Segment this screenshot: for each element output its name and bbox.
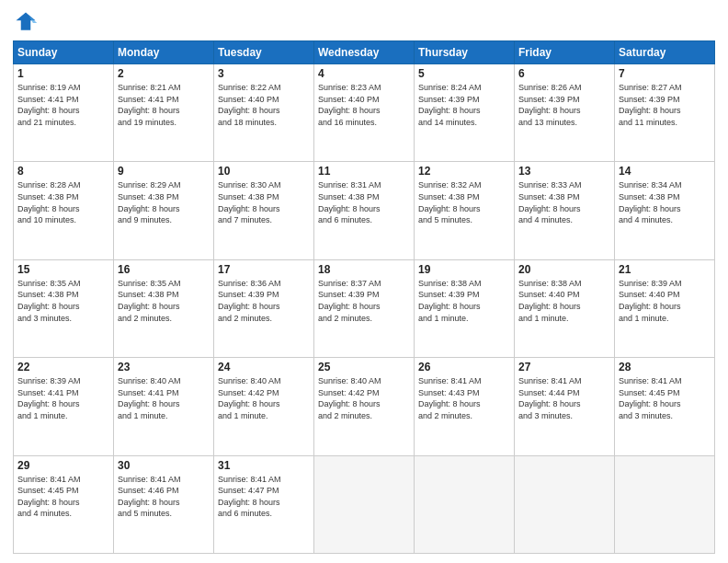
calendar-cell: 14Sunrise: 8:34 AM Sunset: 4:38 PM Dayli… — [615, 162, 715, 259]
day-info: Sunrise: 8:35 AM Sunset: 4:38 PM Dayligh… — [17, 278, 109, 324]
calendar-cell: 24Sunrise: 8:40 AM Sunset: 4:42 PM Dayli… — [214, 358, 314, 455]
day-info: Sunrise: 8:28 AM Sunset: 4:38 PM Dayligh… — [17, 179, 109, 225]
day-info: Sunrise: 8:36 AM Sunset: 4:39 PM Dayligh… — [218, 278, 310, 324]
day-number: 8 — [17, 165, 109, 178]
day-number: 27 — [518, 361, 610, 373]
calendar-cell: 4Sunrise: 8:23 AM Sunset: 4:40 PM Daylig… — [314, 64, 415, 162]
calendar-cell: 23Sunrise: 8:40 AM Sunset: 4:41 PM Dayli… — [114, 358, 214, 455]
calendar-cell: 11Sunrise: 8:31 AM Sunset: 4:38 PM Dayli… — [314, 162, 415, 259]
calendar-cell: 18Sunrise: 8:37 AM Sunset: 4:39 PM Dayli… — [314, 259, 415, 357]
calendar-cell — [415, 455, 515, 553]
day-number: 3 — [218, 67, 310, 80]
calendar-cell: 19Sunrise: 8:38 AM Sunset: 4:39 PM Dayli… — [415, 259, 515, 357]
calendar-cell — [615, 455, 715, 553]
day-number: 2 — [118, 67, 210, 80]
calendar-cell: 9Sunrise: 8:29 AM Sunset: 4:38 PM Daylig… — [114, 162, 214, 259]
day-info: Sunrise: 8:39 AM Sunset: 4:41 PM Dayligh… — [17, 375, 109, 421]
day-info: Sunrise: 8:37 AM Sunset: 4:39 PM Dayligh… — [318, 278, 410, 324]
calendar-table: SundayMondayTuesdayWednesdayThursdayFrid… — [13, 40, 715, 554]
logo-icon — [13, 9, 39, 35]
day-number: 10 — [218, 165, 310, 178]
calendar-cell: 13Sunrise: 8:33 AM Sunset: 4:38 PM Dayli… — [515, 162, 615, 259]
day-info: Sunrise: 8:27 AM Sunset: 4:39 PM Dayligh… — [619, 82, 711, 128]
calendar-cell: 10Sunrise: 8:30 AM Sunset: 4:38 PM Dayli… — [214, 162, 314, 259]
week-row: 1Sunrise: 8:19 AM Sunset: 4:41 PM Daylig… — [14, 64, 715, 162]
day-number: 23 — [118, 361, 210, 373]
calendar-cell: 22Sunrise: 8:39 AM Sunset: 4:41 PM Dayli… — [14, 358, 114, 455]
calendar-cell: 12Sunrise: 8:32 AM Sunset: 4:38 PM Dayli… — [415, 162, 515, 259]
day-info: Sunrise: 8:24 AM Sunset: 4:39 PM Dayligh… — [418, 82, 510, 128]
calendar-cell: 17Sunrise: 8:36 AM Sunset: 4:39 PM Dayli… — [214, 259, 314, 357]
day-info: Sunrise: 8:32 AM Sunset: 4:38 PM Dayligh… — [418, 179, 510, 225]
day-info: Sunrise: 8:41 AM Sunset: 4:45 PM Dayligh… — [17, 474, 109, 520]
calendar-cell: 5Sunrise: 8:24 AM Sunset: 4:39 PM Daylig… — [415, 64, 515, 162]
day-number: 29 — [17, 459, 109, 472]
day-number: 16 — [118, 263, 210, 276]
week-row: 15Sunrise: 8:35 AM Sunset: 4:38 PM Dayli… — [14, 259, 715, 357]
day-number: 31 — [218, 459, 310, 472]
weekday-header: Friday — [515, 41, 615, 64]
day-number: 1 — [17, 67, 109, 80]
day-info: Sunrise: 8:34 AM Sunset: 4:38 PM Dayligh… — [619, 179, 711, 225]
day-number: 4 — [318, 67, 410, 80]
day-number: 21 — [619, 263, 711, 276]
calendar-cell: 7Sunrise: 8:27 AM Sunset: 4:39 PM Daylig… — [615, 64, 715, 162]
day-number: 25 — [318, 361, 410, 373]
day-info: Sunrise: 8:21 AM Sunset: 4:41 PM Dayligh… — [118, 82, 210, 128]
calendar-cell: 21Sunrise: 8:39 AM Sunset: 4:40 PM Dayli… — [615, 259, 715, 357]
day-info: Sunrise: 8:41 AM Sunset: 4:47 PM Dayligh… — [218, 474, 310, 520]
calendar-cell: 29Sunrise: 8:41 AM Sunset: 4:45 PM Dayli… — [14, 455, 114, 553]
weekday-header: Wednesday — [314, 41, 415, 64]
day-info: Sunrise: 8:30 AM Sunset: 4:38 PM Dayligh… — [218, 179, 310, 225]
day-number: 9 — [118, 165, 210, 178]
day-info: Sunrise: 8:33 AM Sunset: 4:38 PM Dayligh… — [518, 179, 610, 225]
calendar-cell: 26Sunrise: 8:41 AM Sunset: 4:43 PM Dayli… — [415, 358, 515, 455]
day-number: 28 — [619, 361, 711, 373]
day-number: 11 — [318, 165, 410, 178]
calendar-cell — [515, 455, 615, 553]
day-number: 13 — [518, 165, 610, 178]
day-number: 17 — [218, 263, 310, 276]
day-info: Sunrise: 8:41 AM Sunset: 4:43 PM Dayligh… — [418, 375, 510, 421]
calendar-cell: 8Sunrise: 8:28 AM Sunset: 4:38 PM Daylig… — [14, 162, 114, 259]
day-info: Sunrise: 8:35 AM Sunset: 4:38 PM Dayligh… — [118, 278, 210, 324]
weekday-header: Monday — [114, 41, 214, 64]
day-number: 12 — [418, 165, 510, 178]
day-number: 5 — [418, 67, 510, 80]
calendar-cell: 20Sunrise: 8:38 AM Sunset: 4:40 PM Dayli… — [515, 259, 615, 357]
week-row: 8Sunrise: 8:28 AM Sunset: 4:38 PM Daylig… — [14, 162, 715, 259]
day-number: 19 — [418, 263, 510, 276]
calendar-cell: 2Sunrise: 8:21 AM Sunset: 4:41 PM Daylig… — [114, 64, 214, 162]
logo — [13, 9, 42, 35]
calendar-cell: 28Sunrise: 8:41 AM Sunset: 4:45 PM Dayli… — [615, 358, 715, 455]
page: SundayMondayTuesdayWednesdayThursdayFrid… — [0, 0, 728, 563]
calendar-header-row: SundayMondayTuesdayWednesdayThursdayFrid… — [14, 41, 715, 64]
weekday-header: Tuesday — [214, 41, 314, 64]
day-info: Sunrise: 8:41 AM Sunset: 4:45 PM Dayligh… — [619, 375, 711, 421]
day-number: 14 — [619, 165, 711, 178]
day-number: 15 — [17, 263, 109, 276]
day-info: Sunrise: 8:23 AM Sunset: 4:40 PM Dayligh… — [318, 82, 410, 128]
weekday-header: Saturday — [615, 41, 715, 64]
calendar-cell: 16Sunrise: 8:35 AM Sunset: 4:38 PM Dayli… — [114, 259, 214, 357]
day-info: Sunrise: 8:38 AM Sunset: 4:40 PM Dayligh… — [518, 278, 610, 324]
day-info: Sunrise: 8:26 AM Sunset: 4:39 PM Dayligh… — [518, 82, 610, 128]
calendar-cell: 25Sunrise: 8:40 AM Sunset: 4:42 PM Dayli… — [314, 358, 415, 455]
day-info: Sunrise: 8:31 AM Sunset: 4:38 PM Dayligh… — [318, 179, 410, 225]
calendar-cell: 6Sunrise: 8:26 AM Sunset: 4:39 PM Daylig… — [515, 64, 615, 162]
weekday-header: Sunday — [14, 41, 114, 64]
day-info: Sunrise: 8:19 AM Sunset: 4:41 PM Dayligh… — [17, 82, 109, 128]
day-info: Sunrise: 8:41 AM Sunset: 4:44 PM Dayligh… — [518, 375, 610, 421]
calendar-cell: 31Sunrise: 8:41 AM Sunset: 4:47 PM Dayli… — [214, 455, 314, 553]
day-info: Sunrise: 8:40 AM Sunset: 4:42 PM Dayligh… — [318, 375, 410, 421]
header — [13, 9, 715, 35]
calendar-cell: 30Sunrise: 8:41 AM Sunset: 4:46 PM Dayli… — [114, 455, 214, 553]
day-info: Sunrise: 8:40 AM Sunset: 4:42 PM Dayligh… — [218, 375, 310, 421]
weekday-header: Thursday — [415, 41, 515, 64]
calendar-cell — [314, 455, 415, 553]
calendar-cell: 15Sunrise: 8:35 AM Sunset: 4:38 PM Dayli… — [14, 259, 114, 357]
day-info: Sunrise: 8:38 AM Sunset: 4:39 PM Dayligh… — [418, 278, 510, 324]
day-number: 22 — [17, 361, 109, 373]
calendar-cell: 3Sunrise: 8:22 AM Sunset: 4:40 PM Daylig… — [214, 64, 314, 162]
day-number: 18 — [318, 263, 410, 276]
